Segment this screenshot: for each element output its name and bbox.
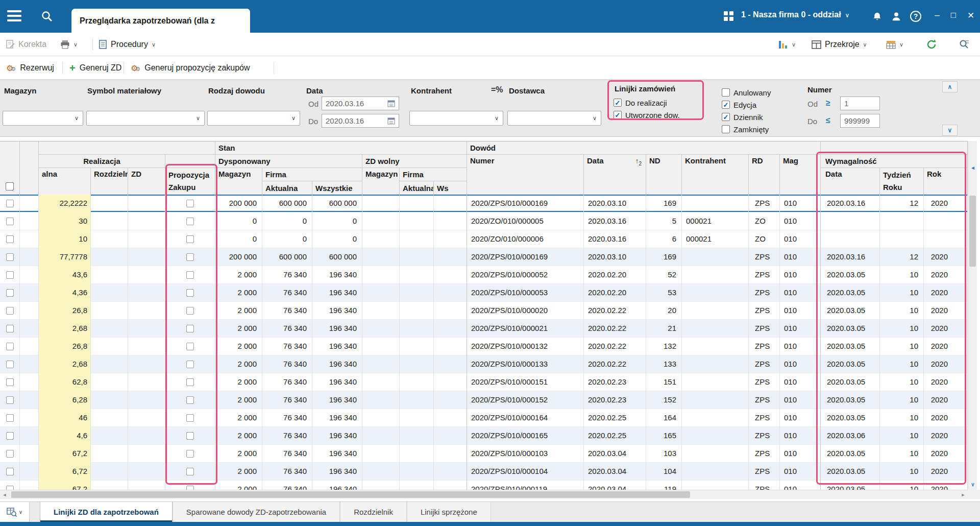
table-row[interactable]: 77,7778200 000600 000600 0002020/ZPS/010…: [0, 248, 968, 266]
row-checkbox-cell[interactable]: [0, 373, 20, 391]
company-selector[interactable]: 1 - Nasza firma 0 - oddział∨: [741, 10, 849, 19]
rezerwuj-button[interactable]: ⚙⚙ Rezerwuj: [6, 60, 54, 76]
chart-button[interactable]: ∨: [779, 37, 796, 52]
header-stan-magazyn[interactable]: Magazyn: [215, 168, 262, 195]
propozycja-checkbox-cell[interactable]: [165, 195, 215, 212]
checkbox[interactable]: [614, 99, 622, 107]
window-tab[interactable]: Przeglądarka zapotrzebowań (dla z: [71, 9, 250, 33]
row-checkbox[interactable]: [6, 325, 14, 332]
generuj-zd-button[interactable]: + Generuj ZD: [69, 60, 121, 76]
checkbox[interactable]: [722, 101, 730, 109]
calendar-icon[interactable]: [387, 100, 395, 107]
korekta-button[interactable]: Korekta: [6, 37, 46, 52]
table-row[interactable]: 100002020/ZO/010/0000062020.03.166000021…: [0, 230, 968, 248]
filter-checkbox-row[interactable]: Utworzone dow.: [614, 109, 680, 121]
close-button[interactable]: ✕: [965, 10, 977, 21]
refresh-button[interactable]: [926, 37, 937, 52]
propozycja-checkbox[interactable]: [186, 235, 194, 243]
header-rok[interactable]: Rok: [924, 168, 968, 195]
notifications-bell-icon[interactable]: [870, 9, 884, 23]
propozycja-checkbox[interactable]: [186, 343, 194, 350]
scroll-down-arrow[interactable]: ∨: [968, 479, 977, 489]
user-icon[interactable]: [889, 9, 903, 23]
propozycja-checkbox[interactable]: [186, 271, 194, 279]
filter-checkbox-row[interactable]: Dziennik: [722, 111, 771, 123]
menu-icon[interactable]: [7, 10, 22, 22]
propozycja-checkbox-cell[interactable]: [165, 284, 215, 302]
table-row[interactable]: 6,282 00076 340196 3402020/ZPS/010/00015…: [0, 391, 968, 409]
table-row[interactable]: 22,2222200 000600 000600 0002020/ZPS/010…: [0, 195, 968, 212]
vertical-scroll-thumb[interactable]: [969, 196, 976, 267]
symbol-select[interactable]: ∨: [86, 111, 205, 126]
header-firma-wszystkie[interactable]: Wszystkie: [312, 181, 362, 195]
horizontal-scroll-thumb[interactable]: [11, 491, 690, 498]
minimize-button[interactable]: –: [931, 10, 943, 20]
table-row[interactable]: 2,682 00076 340196 3402020/ZPS/010/00002…: [0, 320, 968, 338]
table-row[interactable]: 62,82 00076 340196 3402020/ZPS/010/00015…: [0, 373, 968, 391]
propozycja-checkbox-cell[interactable]: [165, 427, 215, 445]
header-firma[interactable]: Firma: [262, 168, 362, 181]
propozycja-checkbox-cell[interactable]: [165, 373, 215, 391]
row-checkbox[interactable]: [6, 307, 14, 315]
filter-checkbox-row[interactable]: Anulowany: [722, 86, 771, 99]
przekroje-button[interactable]: Przekroje ∨: [812, 37, 867, 52]
propozycja-checkbox-cell[interactable]: [165, 266, 215, 284]
row-checkbox-cell[interactable]: [0, 481, 20, 490]
header-wym-data[interactable]: Data: [821, 168, 880, 195]
header-dysponowany[interactable]: Dysponowany: [215, 155, 362, 168]
row-checkbox[interactable]: [6, 486, 14, 490]
vertical-scrollbar[interactable]: ◄ ∨: [968, 141, 977, 490]
row-checkbox[interactable]: [6, 218, 14, 225]
help-icon[interactable]: ?: [909, 9, 923, 23]
propozycja-checkbox-cell[interactable]: [165, 481, 215, 490]
table-row[interactable]: 300002020/ZO/010/0000052020.03.165000021…: [0, 212, 968, 230]
propozycja-checkbox-cell[interactable]: [165, 230, 215, 248]
print-button[interactable]: ∨: [60, 37, 78, 52]
checkbox[interactable]: [722, 113, 730, 121]
table-row[interactable]: 43,62 00076 340196 3402020/ZPS/010/00005…: [0, 266, 968, 284]
search-icon[interactable]: [41, 10, 53, 25]
row-checkbox-cell[interactable]: [0, 212, 20, 230]
row-checkbox[interactable]: [6, 450, 14, 458]
filter-checkbox-row[interactable]: Do realizacji: [614, 97, 680, 109]
match-mode-icon[interactable]: =%: [491, 85, 503, 94]
header-alna[interactable]: alna: [39, 168, 91, 195]
propozycja-checkbox-cell[interactable]: [165, 409, 215, 427]
maximize-button[interactable]: □: [947, 10, 960, 20]
row-checkbox-cell[interactable]: [0, 409, 20, 427]
propozycja-checkbox[interactable]: [186, 486, 194, 490]
generuj-propozycje-button[interactable]: ⚙⚙ Generuj propozycję zakupów: [131, 60, 250, 76]
propozycja-checkbox[interactable]: [186, 414, 194, 422]
magazyn-select[interactable]: ∨: [3, 111, 83, 126]
header-firma-aktualna[interactable]: Aktualna: [262, 181, 312, 195]
table-row[interactable]: 67,22 00076 340196 3402020/ZPS/010/00011…: [0, 481, 968, 490]
table-row[interactable]: 4,62 00076 340196 3402020/ZPS/010/000165…: [0, 427, 968, 445]
search-filter-button[interactable]: [959, 37, 970, 52]
propozycja-checkbox-cell[interactable]: [165, 391, 215, 409]
propozycja-checkbox-cell[interactable]: [165, 320, 215, 338]
row-checkbox-cell[interactable]: [0, 445, 20, 463]
row-checkbox[interactable]: [6, 200, 14, 207]
propozycja-checkbox[interactable]: [186, 325, 194, 332]
tab-linijki-zd[interactable]: Linijki ZD dla zapotrzebowań: [40, 502, 173, 522]
propozycja-checkbox[interactable]: [186, 200, 194, 207]
row-checkbox-cell[interactable]: [0, 427, 20, 445]
row-checkbox-cell[interactable]: [0, 463, 20, 481]
grid-search-button[interactable]: ∨: [0, 502, 30, 522]
header-stan[interactable]: Stan: [215, 141, 467, 155]
header-zd[interactable]: ZD: [128, 168, 165, 195]
data-do-input[interactable]: 2020.03.16: [322, 114, 399, 128]
filter-scroll-up-button[interactable]: ∧: [942, 81, 958, 92]
header-wymagalnosc[interactable]: Wymagalność: [821, 155, 968, 168]
dostawca-select[interactable]: ∨: [507, 111, 601, 126]
propozycja-checkbox-cell[interactable]: [165, 248, 215, 266]
header-zdwolny-ws[interactable]: Ws: [434, 181, 467, 195]
table-row[interactable]: 6,722 00076 340196 3402020/ZPS/010/00010…: [0, 463, 968, 481]
tab-linijki-sprzezone[interactable]: Linijki sprzężone: [407, 502, 491, 522]
row-checkbox[interactable]: [6, 378, 14, 386]
row-checkbox[interactable]: [6, 468, 14, 475]
row-checkbox[interactable]: [6, 414, 14, 422]
propozycja-checkbox[interactable]: [186, 218, 194, 225]
row-checkbox[interactable]: [6, 253, 14, 261]
row-checkbox-cell[interactable]: [0, 391, 20, 409]
